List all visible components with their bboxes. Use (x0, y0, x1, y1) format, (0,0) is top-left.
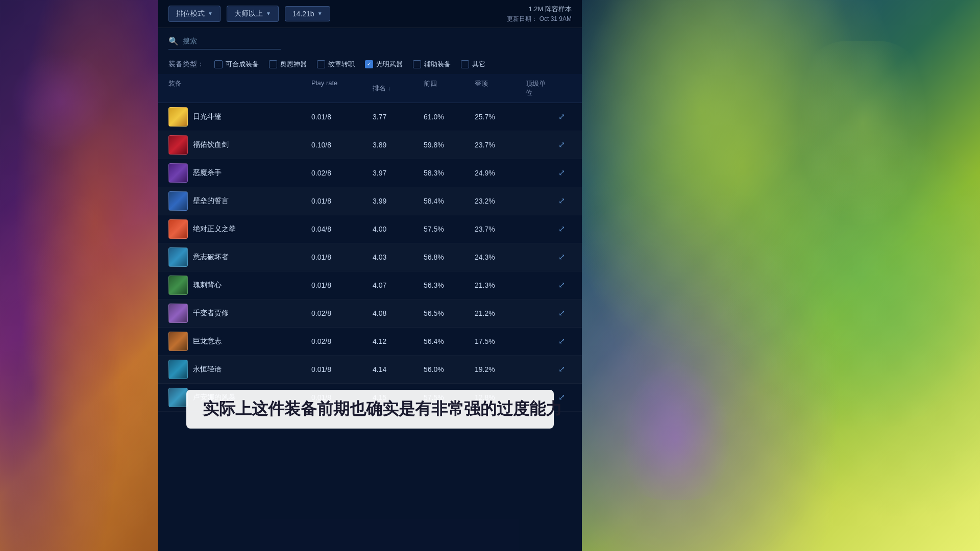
table-row[interactable]: 千变者贾修 0.02/8 4.08 56.5% 21.2% ⤢ (158, 299, 582, 328)
play-rate-value: 0.01/8 (311, 197, 373, 205)
top1-value: 23.7% (475, 225, 526, 233)
play-rate-value: 0.01/8 (311, 281, 373, 289)
play-rate-value: 0.10/8 (311, 141, 373, 149)
rank-value: 4.12 (373, 337, 424, 345)
sample-count: 1.2M 阵容样本 (507, 4, 572, 14)
expand-button[interactable]: ⤢ (551, 140, 572, 149)
equipment-type-label: 装备类型： (168, 60, 204, 69)
item-name-cell: 日光斗篷 (168, 107, 311, 127)
play-rate-value: 0.01/8 (311, 365, 373, 373)
item-name: 意志破坏者 (193, 253, 229, 262)
filter-composable-label: 可合成装备 (226, 60, 259, 69)
item-name: 壁垒的誓言 (193, 196, 229, 206)
top4-value: 59.8% (424, 141, 475, 149)
rank-value: 3.97 (373, 169, 424, 177)
item-name: 绝对正义之拳 (193, 224, 236, 234)
item-name-cell: 壁垒的誓言 (168, 191, 311, 211)
top4-value: 58.4% (424, 197, 475, 205)
expand-button[interactable]: ⤢ (551, 364, 572, 374)
item-name-cell: 巨龙意志 (168, 332, 311, 351)
rank-value: 3.99 (373, 197, 424, 205)
item-name: 瑰刺背心 (193, 281, 222, 290)
item-name: 千变者贾修 (193, 309, 229, 318)
filter-support[interactable]: 辅助装备 (413, 60, 451, 69)
filter-augment-checkbox[interactable] (269, 60, 277, 68)
expand-button[interactable]: ⤢ (551, 224, 572, 234)
col-rank[interactable]: 排名 ↓ (373, 79, 424, 97)
table-row[interactable]: 意志破坏者 0.01/8 4.03 56.8% 24.3% ⤢ (158, 243, 582, 271)
filter-emblem-checkbox[interactable] (317, 60, 325, 68)
rank-value: 3.89 (373, 141, 424, 149)
table-row[interactable]: 绝对正义之拳 0.04/8 4.00 57.5% 23.7% ⤢ (158, 215, 582, 243)
col-expand (551, 79, 572, 97)
top4-value: 57.5% (424, 225, 475, 233)
subtitle-text: 实际上这件装备前期也确实是有非常强的过度能力 (203, 399, 562, 418)
top1-value: 23.7% (475, 141, 526, 149)
top1-value: 21.3% (475, 281, 526, 289)
rank-value: 4.00 (373, 225, 424, 233)
filter-dropdowns: 排位模式 ▼ 大师以上 ▼ 14.21b ▼ (168, 6, 330, 22)
top4-value: 56.8% (424, 253, 475, 261)
table-row[interactable]: 瑰刺背心 0.01/8 4.07 56.3% 21.3% ⤢ (158, 271, 582, 299)
filter-composable[interactable]: 可合成装备 (214, 60, 259, 69)
top1-value: 17.5% (475, 337, 526, 345)
expand-button[interactable]: ⤢ (551, 252, 572, 262)
expand-button[interactable]: ⤢ (551, 280, 572, 290)
table-row[interactable]: 恶魔杀手 0.02/8 3.97 58.3% 24.9% ⤢ (158, 159, 582, 187)
filter-row: 装备类型： 可合成装备 奥恩神器 纹章转职 光明武器 辅助装备 其它 (158, 55, 582, 74)
rank-sort-icon: ↓ (388, 85, 391, 91)
item-name: 永恒轻语 (193, 365, 222, 374)
filter-emblem[interactable]: 纹章转职 (317, 60, 355, 69)
play-rate-value: 0.04/8 (311, 225, 373, 233)
col-name: 装备 (168, 79, 311, 97)
top1-value: 21.2% (475, 309, 526, 317)
item-name-cell: 永恒轻语 (168, 360, 311, 379)
item-icon (168, 247, 188, 267)
expand-button[interactable]: ⤢ (551, 168, 572, 178)
table-row[interactable]: 福佑饮血剑 0.10/8 3.89 59.8% 23.7% ⤢ (158, 131, 582, 159)
rank-dropdown[interactable]: 大师以上 ▼ (227, 6, 279, 22)
table-row[interactable]: 壁垒的誓言 0.01/8 3.99 58.4% 23.2% ⤢ (158, 187, 582, 215)
item-icon (168, 332, 188, 351)
patch-dropdown[interactable]: 14.21b ▼ (285, 6, 330, 21)
filter-composable-checkbox[interactable] (214, 60, 223, 68)
patch-chevron-icon: ▼ (317, 11, 323, 16)
expand-button[interactable]: ⤢ (551, 336, 572, 346)
play-rate-value: 0.02/8 (311, 337, 373, 345)
play-rate-value: 0.01/8 (311, 253, 373, 261)
col-top4: 前四 (424, 79, 475, 97)
filter-emblem-label: 纹章转职 (328, 60, 355, 69)
filter-augment[interactable]: 奥恩神器 (269, 60, 307, 69)
mode-chevron-icon: ▼ (208, 11, 213, 16)
filter-other[interactable]: 其它 (461, 60, 485, 69)
item-name-cell: 福佑饮血剑 (168, 135, 311, 155)
top4-value: 56.5% (424, 309, 475, 317)
top1-value: 24.3% (475, 253, 526, 261)
filter-radiant-checkbox[interactable] (365, 60, 373, 68)
patch-label: 14.21b (292, 10, 314, 18)
filter-radiant[interactable]: 光明武器 (365, 60, 403, 69)
expand-button[interactable]: ⤢ (551, 196, 572, 206)
top4-value: 56.4% (424, 337, 475, 345)
search-input[interactable] (183, 37, 275, 45)
filter-support-label: 辅助装备 (424, 60, 451, 69)
top4-value: 56.3% (424, 281, 475, 289)
top-bar: 排位模式 ▼ 大师以上 ▼ 14.21b ▼ 1.2M 阵容样本 更新日期： O… (158, 0, 582, 28)
expand-button[interactable]: ⤢ (551, 308, 572, 318)
col-top1: 登顶 (475, 79, 526, 97)
subtitle-box: 实际上这件装备前期也确实是有非常强的过度能力 (186, 390, 554, 429)
table-row[interactable]: 巨龙意志 0.02/8 4.12 56.4% 17.5% ⤢ (158, 328, 582, 356)
table-row[interactable]: 永恒轻语 0.01/8 4.14 56.0% 19.2% ⤢ (158, 356, 582, 384)
table-row[interactable]: 日光斗篷 0.01/8 3.77 61.0% 25.7% ⤢ (158, 103, 582, 131)
expand-button[interactable]: ⤢ (551, 112, 572, 121)
rank-value: 3.77 (373, 113, 424, 121)
mode-dropdown[interactable]: 排位模式 ▼ (168, 6, 220, 22)
update-date: 更新日期： Oct 31 9AM (507, 14, 572, 23)
top1-value: 19.2% (475, 365, 526, 373)
filter-support-checkbox[interactable] (413, 60, 421, 68)
item-icon (168, 135, 188, 155)
item-name-cell: 恶魔杀手 (168, 163, 311, 183)
item-icon (168, 163, 188, 183)
play-rate-value: 0.02/8 (311, 169, 373, 177)
filter-other-checkbox[interactable] (461, 60, 469, 68)
